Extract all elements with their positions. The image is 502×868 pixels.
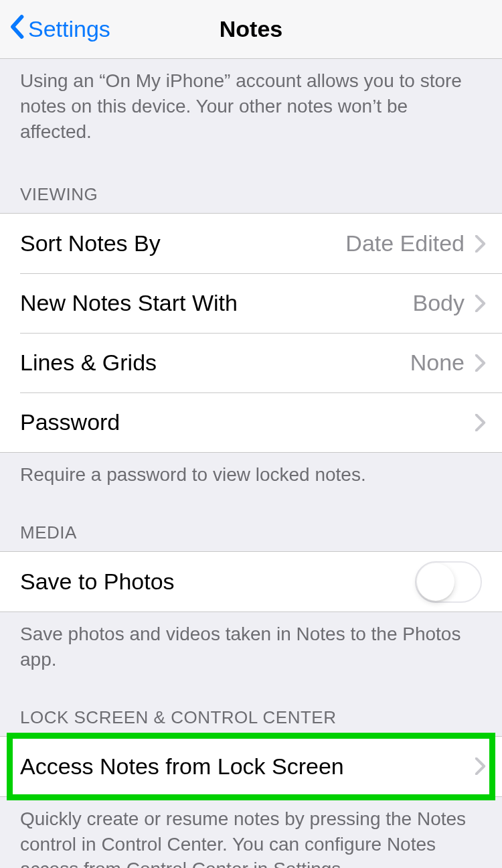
new-notes-start-with-label: New Notes Start With <box>20 290 413 316</box>
sort-notes-by-value: Date Edited <box>345 230 465 257</box>
access-notes-label: Access Notes from Lock Screen <box>20 753 475 780</box>
on-my-iphone-footer: Using an “On My iPhone” account allows y… <box>0 59 502 149</box>
sort-notes-by-row[interactable]: Sort Notes By Date Edited <box>0 214 502 273</box>
new-notes-start-with-row[interactable]: New Notes Start With Body <box>0 273 502 333</box>
lines-grids-value: None <box>410 350 465 376</box>
viewing-footer: Require a password to view locked notes. <box>0 453 502 493</box>
media-list: Save to Photos <box>0 551 502 612</box>
media-header: MEDIA <box>0 493 502 551</box>
password-label: Password <box>20 409 475 435</box>
back-button[interactable]: Settings <box>0 15 110 44</box>
save-to-photos-label: Save to Photos <box>20 569 415 595</box>
viewing-header: VIEWING <box>0 149 502 213</box>
switch-knob <box>417 563 454 601</box>
new-notes-start-with-value: Body <box>413 290 465 316</box>
back-label: Settings <box>28 16 110 42</box>
chevron-right-icon <box>475 295 486 312</box>
navbar: Settings Notes <box>0 0 502 59</box>
access-notes-from-lock-screen-row[interactable]: Access Notes from Lock Screen <box>0 737 502 796</box>
save-to-photos-switch[interactable] <box>415 561 482 603</box>
viewing-list: Sort Notes By Date Edited New Notes Star… <box>0 213 502 453</box>
lockscreen-header: LOCK SCREEN & CONTROL CENTER <box>0 678 502 736</box>
chevron-right-icon <box>475 235 486 252</box>
save-to-photos-row: Save to Photos <box>0 552 502 611</box>
chevron-right-icon <box>475 354 486 372</box>
chevron-left-icon <box>9 15 24 44</box>
chevron-right-icon <box>475 414 486 431</box>
lines-grids-row[interactable]: Lines & Grids None <box>0 333 502 392</box>
sort-notes-by-label: Sort Notes By <box>20 230 345 257</box>
lockscreen-list: Access Notes from Lock Screen <box>0 736 502 797</box>
media-footer: Save photos and videos taken in Notes to… <box>0 612 502 678</box>
lockscreen-footer: Quickly create or resume notes by pressi… <box>0 797 502 868</box>
chevron-right-icon <box>475 757 486 775</box>
password-row[interactable]: Password <box>0 392 502 452</box>
lines-grids-label: Lines & Grids <box>20 350 410 376</box>
